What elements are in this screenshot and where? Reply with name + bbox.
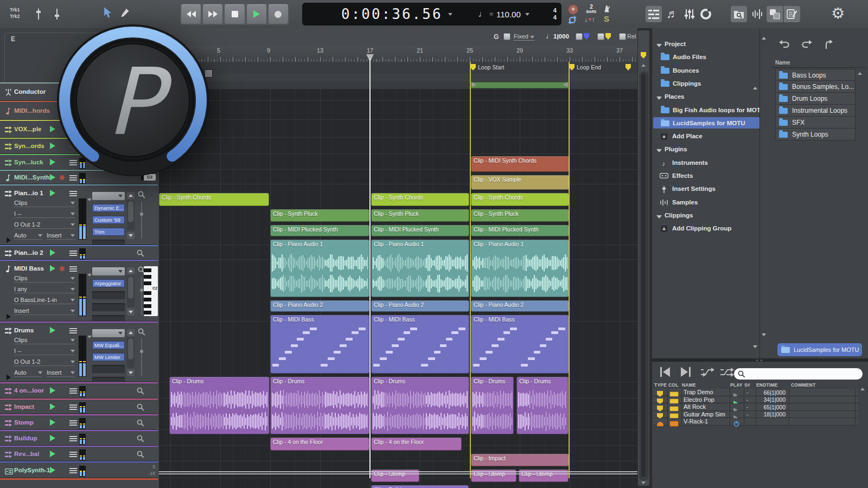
track-fader[interactable]: [141, 277, 142, 315]
track-expand-arrow-icon[interactable]: [7, 237, 11, 243]
yellow-marker-checkbox[interactable]: [597, 33, 604, 40]
insert-empty-slot[interactable]: [92, 291, 125, 299]
track-dropdown-o-out-1-2[interactable]: O Out 1-2: [14, 221, 75, 229]
insert-empty-slot[interactable]: [92, 240, 125, 245]
rel-checkbox[interactable]: [619, 33, 626, 40]
settings-gear-icon[interactable]: ⚙: [831, 4, 845, 22]
track-search-icon[interactable]: [137, 249, 144, 259]
column-header-comment[interactable]: COMMENT: [791, 382, 815, 388]
track-pian-io-1[interactable]: Pian...io 1ClipsI --O Out 1-2AutoInsertD…: [0, 184, 158, 245]
track-dropdown-i[interactable]: I --: [14, 210, 75, 218]
track-impact[interactable]: Impact: [0, 399, 158, 414]
track-fader-dot[interactable]: [140, 350, 143, 353]
insert-effect-dynamic-e[interactable]: Dynamic E...: [92, 204, 125, 212]
tree-item-insert-settings[interactable]: Insert Settings: [652, 184, 760, 196]
track-search-icon[interactable]: [138, 191, 145, 201]
track-name[interactable]: Rev...bal: [14, 451, 39, 457]
mixer-view-icon[interactable]: [681, 6, 698, 22]
table-scroll-up-icon[interactable]: [860, 388, 865, 390]
folder-row-bonus-samples-lo[interactable]: Bonus Samples, Lo...: [775, 81, 856, 93]
track-play-button[interactable]: [50, 435, 55, 441]
loop-start-flag-icon[interactable]: [470, 64, 476, 70]
clip-clip-midi-plucked-synth[interactable]: Clip - MIDI Plucked Synth: [270, 225, 369, 236]
bar-ruler[interactable]: 5913172125293337: [159, 46, 637, 62]
track-dropdown-o-out-1-2[interactable]: O Out 1-2: [14, 358, 75, 366]
nav-back-icon[interactable]: [778, 40, 790, 52]
clip-clip-midi-plucked-synth[interactable]: Clip - MIDI Plucked Synth: [471, 225, 569, 236]
track-menu-icon[interactable]: [69, 388, 77, 395]
track-dropdown-insert[interactable]: Insert: [47, 232, 75, 240]
loop-range-bar[interactable]: [471, 82, 569, 88]
tree-item-places[interactable]: Places: [652, 92, 760, 104]
slot-scroll-up[interactable]: [127, 329, 135, 336]
clip-clip-synth-chords[interactable]: Clip - Synth Chords: [471, 193, 569, 206]
tree-item-instruments[interactable]: ♪Instruments: [652, 158, 760, 170]
clip-clip-drums[interactable]: Clip - Drums: [471, 377, 514, 434]
track-name[interactable]: Pian...io 2: [14, 249, 43, 256]
track-play-button[interactable]: [50, 403, 55, 410]
track-dropdown-insert[interactable]: Insert: [14, 307, 75, 315]
tree-item-project[interactable]: Project: [652, 40, 760, 51]
ring-view-icon[interactable]: [698, 6, 714, 22]
column-header-type[interactable]: TYPE: [654, 382, 667, 388]
column-header-endtime[interactable]: ENDTIME: [756, 382, 778, 388]
track-name[interactable]: Conductor: [14, 88, 46, 95]
slot-scroll-down[interactable]: [127, 232, 135, 239]
column-header-col[interactable]: COL: [668, 382, 679, 388]
pencil-tool-icon[interactable]: [120, 8, 130, 20]
tree-item-audio-files[interactable]: Audio Files: [652, 53, 760, 64]
clip-clip-4-on-the-floor[interactable]: Clip - 4 on the Floor: [270, 438, 369, 451]
track-name[interactable]: Pian...io 1: [14, 190, 43, 196]
clip-clip-impact[interactable]: Clip - Impact: [471, 454, 569, 466]
track-dropdown-clips[interactable]: Clips: [14, 275, 75, 282]
track-drums[interactable]: DrumsClipsI --O Out 1-2AutoInsertMW Equa…: [0, 322, 158, 382]
tracks-view-icon[interactable]: [646, 6, 662, 22]
folder-row-bass-loops[interactable]: Bass Loops: [775, 69, 856, 81]
track-rev-bal[interactable]: Rev...bal: [0, 446, 158, 461]
clip-clip-piano-audio-1[interactable]: Clip - Piano Audio 1: [471, 240, 569, 297]
timeline-vscrollbar[interactable]: [640, 72, 648, 480]
track-name[interactable]: Impact: [14, 403, 34, 410]
automation-line-2[interactable]: [159, 473, 637, 474]
list-scroll-up-icon[interactable]: [858, 72, 862, 75]
time-signature[interactable]: 4 4: [553, 7, 557, 21]
meter-options-caret-icon[interactable]: [87, 336, 92, 338]
loop-icon[interactable]: [567, 16, 578, 27]
add-marker-button[interactable]: +: [568, 4, 578, 15]
slot-scrollbar[interactable]: [127, 200, 135, 230]
track-menu-icon[interactable]: [69, 191, 77, 198]
clip-clip-drums[interactable]: Clip - Drums: [371, 377, 469, 434]
marker-row[interactable]: Loop Start Loop End: [159, 62, 637, 74]
insert-empty-slot[interactable]: [92, 377, 125, 382]
edge-marker-flag-icon[interactable]: [626, 64, 631, 70]
tree-item-plugins[interactable]: Plugins: [652, 145, 760, 156]
track-dropdown-clips[interactable]: Clips: [14, 337, 75, 344]
clip-clip-drums[interactable]: Clip - Drums: [516, 377, 569, 434]
insert-select-dropdown[interactable]: [92, 329, 125, 337]
browser-scroll-up-icon[interactable]: [762, 37, 766, 40]
clip-clip-midi-bass[interactable]: Clip - MIDI Bass: [471, 315, 569, 374]
slot-scroll-thumb[interactable]: [128, 201, 133, 222]
insert-effect-mw-equali[interactable]: MW Equali...: [92, 341, 125, 349]
insert-effect-trim[interactable]: Trim: [92, 228, 125, 236]
tree-item-lucidsamples-for-motu[interactable]: LucidSamples for MOTU: [652, 119, 760, 130]
column-header-name[interactable]: NAME: [682, 382, 696, 388]
tempo-value[interactable]: 110.00: [496, 10, 521, 19]
slot-scroll-up[interactable]: [127, 267, 135, 274]
track-name[interactable]: MIDI...Synth: [14, 174, 50, 181]
insert-empty-slot[interactable]: [92, 365, 125, 373]
insert-effect-mw-limiter[interactable]: MW Limiter: [92, 353, 125, 361]
track-play-button[interactable]: [50, 190, 55, 196]
automation-line-1[interactable]: [159, 471, 637, 472]
tree-item-clippings[interactable]: Clippings: [652, 79, 760, 91]
nav-forward-icon[interactable]: [801, 40, 813, 52]
meter-options-caret-icon[interactable]: [87, 274, 92, 277]
track-play-button[interactable]: [50, 327, 55, 333]
track-dropdown-auto[interactable]: Auto: [14, 369, 42, 377]
track-fader[interactable]: [141, 202, 142, 239]
track-fader-dot[interactable]: [140, 288, 143, 292]
slot-scroll-thumb[interactable]: [128, 277, 133, 299]
track-record-button[interactable]: [60, 266, 65, 271]
folder-row-sfx[interactable]: SFX: [775, 117, 856, 129]
column-header-s[interactable]: S#: [744, 382, 750, 388]
